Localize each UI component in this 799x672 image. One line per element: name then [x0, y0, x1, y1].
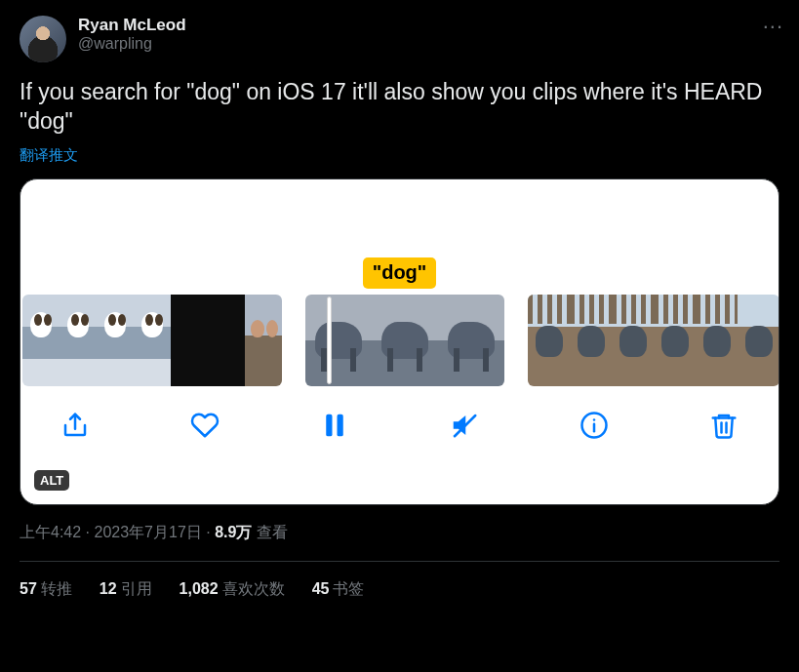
date-label[interactable]: 2023年7月17日: [94, 524, 201, 540]
info-icon[interactable]: [577, 408, 612, 443]
thumbnail: [97, 295, 134, 386]
bookmarks-stat[interactable]: 45书签: [312, 579, 365, 600]
thumbnail: [305, 295, 372, 386]
thumbnail: [438, 295, 504, 386]
thumbnail: [60, 295, 97, 386]
thumbnail: [738, 295, 779, 386]
svg-point-5: [593, 418, 596, 421]
playhead[interactable]: [327, 296, 332, 384]
user-info[interactable]: Ryan McLeod @warpling: [78, 16, 186, 53]
thumbnail: [134, 295, 171, 386]
media-toolbar: [20, 386, 779, 468]
svg-rect-0: [326, 415, 332, 437]
user-handle: @warpling: [78, 35, 186, 53]
media-card[interactable]: "dog": [20, 178, 779, 505]
tweet-container: Ryan McLeod @warpling ··· If you search …: [0, 0, 799, 615]
clip-group-3[interactable]: [528, 295, 779, 386]
more-options-icon[interactable]: ···: [763, 14, 783, 39]
trash-icon[interactable]: [706, 408, 741, 443]
views-count: 8.9万: [215, 524, 252, 540]
thumbnail: [22, 295, 60, 386]
clip-group-1[interactable]: [22, 295, 282, 386]
retweets-stat[interactable]: 57转推: [20, 579, 72, 600]
highlight-pill: "dog": [363, 257, 437, 289]
time-label[interactable]: 上午4:42: [20, 524, 81, 540]
share-icon[interactable]: [58, 408, 93, 443]
display-name: Ryan McLeod: [78, 16, 186, 35]
tweet-header: Ryan McLeod @warpling: [20, 16, 779, 62]
thumbnail: [696, 295, 738, 386]
quotes-stat[interactable]: 12引用: [100, 579, 152, 600]
thumbnail: [372, 295, 438, 386]
thumbnail: [208, 295, 245, 386]
thumbnail: [612, 295, 654, 386]
alt-badge[interactable]: ALT: [34, 470, 69, 491]
thumbnail: [171, 295, 208, 386]
likes-stat[interactable]: 1,082喜欢次数: [180, 579, 285, 600]
thumbnail: [245, 295, 282, 386]
tweet-meta: 上午4:42 · 2023年7月17日 · 8.9万 查看: [20, 523, 779, 543]
heart-icon[interactable]: [187, 408, 222, 443]
media-top-area: "dog": [20, 179, 779, 295]
translate-link[interactable]: 翻译推文: [20, 146, 779, 165]
clip-group-2[interactable]: [305, 295, 504, 386]
tweet-stats: 57转推 12引用 1,082喜欢次数 45书签: [20, 579, 779, 600]
avatar[interactable]: [20, 16, 66, 62]
video-timeline[interactable]: [20, 295, 779, 386]
svg-rect-1: [338, 415, 343, 437]
thumbnail: [654, 295, 696, 386]
pause-icon[interactable]: [317, 408, 352, 443]
mute-icon[interactable]: [447, 408, 482, 443]
tweet-text: If you search for "dog" on iOS 17 it'll …: [20, 78, 779, 137]
thumbnail: [528, 295, 570, 386]
thumbnail: [570, 295, 612, 386]
separator: [20, 561, 779, 562]
views-label: 查看: [252, 524, 287, 540]
